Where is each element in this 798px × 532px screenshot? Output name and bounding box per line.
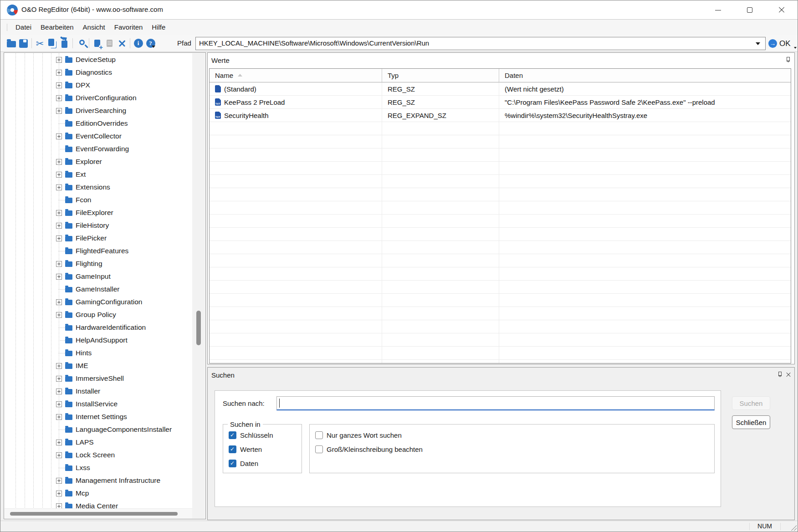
checked-checkbox-icon[interactable] (229, 445, 236, 453)
empty-table-row[interactable] (210, 122, 791, 135)
ok-button[interactable]: → OK (768, 37, 791, 50)
tree-item[interactable]: EventForwarding (5, 143, 193, 155)
table-row[interactable]: KeePass 2 PreLoadREG_SZ"C:\Program Files… (210, 96, 791, 109)
tree-item[interactable]: InstallService (5, 398, 193, 410)
empty-table-row[interactable] (210, 241, 791, 254)
minimize-button[interactable] (703, 0, 732, 20)
tree-item[interactable]: Flighting (5, 257, 193, 270)
tree-item[interactable]: LAPS (5, 436, 193, 449)
tree-item[interactable]: Explorer (5, 155, 193, 168)
tree-vertical-scrollbar[interactable] (192, 53, 205, 509)
expand-icon[interactable] (56, 82, 62, 88)
info-button[interactable]: i (132, 37, 144, 50)
properties-button[interactable] (103, 37, 116, 50)
expand-icon[interactable] (56, 95, 62, 101)
tree-item[interactable]: HelpAndSupport (5, 334, 193, 347)
copy-button[interactable] (46, 37, 58, 50)
expand-icon[interactable] (56, 159, 62, 165)
tree-item[interactable]: GameInput (5, 270, 193, 283)
expand-icon[interactable] (56, 363, 62, 369)
tree-item[interactable]: GamingConfiguration (5, 296, 193, 308)
expand-icon[interactable] (56, 299, 62, 305)
tree-item[interactable]: Mcp (5, 487, 193, 500)
expand-icon[interactable] (56, 440, 62, 445)
column-header-typ[interactable]: Typ (382, 69, 499, 82)
table-row[interactable]: (Standard)REG_SZ(Wert nicht gesetzt) (210, 82, 791, 96)
path-value[interactable]: HKEY_LOCAL_MACHINE\Software\Microsoft\Wi… (199, 39, 429, 47)
empty-table-row[interactable] (210, 347, 791, 360)
expand-icon[interactable] (56, 261, 62, 267)
tree-item[interactable]: FileExplorer (5, 206, 193, 219)
expand-icon[interactable] (56, 235, 62, 241)
tree-item[interactable]: Internet Settings (5, 410, 193, 423)
empty-table-row[interactable] (210, 162, 791, 175)
expand-icon[interactable] (56, 223, 62, 229)
empty-table-row[interactable] (210, 175, 791, 188)
ok-overflow-icon[interactable] (794, 47, 797, 49)
tree-item[interactable]: DPX (5, 79, 193, 92)
expand-icon[interactable] (56, 312, 62, 318)
tree-item[interactable]: Lock Screen (5, 449, 193, 461)
tree-item[interactable]: GameInstaller (5, 283, 193, 296)
empty-table-row[interactable] (210, 307, 791, 320)
empty-table-row[interactable] (210, 320, 791, 333)
tree-horizontal-scrollbar[interactable] (5, 508, 193, 518)
maximize-button[interactable] (735, 0, 764, 20)
empty-table-row[interactable] (210, 333, 791, 347)
save-button[interactable] (17, 37, 30, 50)
tree-horizontal-scrollbar-thumb[interactable] (10, 512, 178, 516)
column-header-daten[interactable]: Daten (499, 69, 791, 82)
unchecked-checkbox-icon[interactable] (315, 431, 323, 439)
empty-table-row[interactable] (210, 267, 791, 281)
search-input[interactable] (276, 396, 715, 410)
cut-button[interactable]: ✂ (34, 37, 46, 50)
tree-item[interactable]: Management Infrastructure (5, 474, 193, 487)
tree-item[interactable]: Lxss (5, 461, 193, 474)
checked-checkbox-icon[interactable] (229, 431, 236, 439)
checkbox-row[interactable]: Groß/Kleinschreibung beachten (315, 445, 423, 453)
expand-icon[interactable] (56, 452, 62, 458)
menu-ansicht[interactable]: Ansicht (78, 20, 110, 35)
empty-table-row[interactable] (210, 201, 791, 215)
expand-icon[interactable] (56, 376, 62, 382)
expand-icon[interactable] (56, 184, 62, 190)
column-header-name[interactable]: Name (210, 69, 382, 82)
checkbox-row[interactable]: Nur ganzes Wort suchen (315, 431, 423, 439)
tree-item[interactable]: FileHistory (5, 219, 193, 232)
tree-item[interactable]: IME (5, 359, 193, 372)
path-input[interactable]: HKEY_LOCAL_MACHINE\Software\Microsoft\Wi… (195, 37, 766, 50)
paste-button[interactable] (58, 37, 71, 50)
expand-icon[interactable] (56, 57, 62, 63)
checked-checkbox-icon[interactable] (229, 460, 236, 467)
tree-item[interactable]: LanguageComponentsInstaller (5, 423, 193, 436)
tree-item[interactable]: FilePicker (5, 232, 193, 245)
tree-item[interactable]: Installer (5, 385, 193, 398)
unchecked-checkbox-icon[interactable] (315, 445, 323, 453)
search-submit-button[interactable]: Suchen (732, 396, 770, 410)
menu-favoriten[interactable]: Favoriten (110, 20, 148, 35)
tree-item[interactable]: DriverSearching (5, 104, 193, 117)
empty-table-row[interactable] (210, 228, 791, 241)
empty-table-row[interactable] (210, 188, 791, 201)
new-value-button[interactable] (91, 37, 103, 50)
tree-item[interactable]: EventCollector (5, 130, 193, 143)
empty-table-row[interactable] (210, 148, 791, 162)
delete-button[interactable] (116, 37, 128, 50)
toolbar-overflow-icon[interactable] (152, 46, 155, 48)
tree-item[interactable]: DeviceSetup (5, 53, 193, 66)
tree-item[interactable]: Diagnostics (5, 66, 193, 79)
open-folder-button[interactable] (5, 37, 17, 50)
close-panel-icon[interactable] (786, 372, 791, 377)
empty-table-row[interactable] (210, 281, 791, 294)
expand-icon[interactable] (56, 210, 62, 216)
pin-icon[interactable] (777, 371, 783, 378)
expand-icon[interactable] (56, 491, 62, 496)
tree-item[interactable]: FlightedFeatures (5, 245, 193, 257)
tree-item[interactable]: Hints (5, 347, 193, 359)
tree-vertical-scrollbar-thumb[interactable] (196, 311, 201, 345)
expand-icon[interactable] (56, 70, 62, 76)
tree-item[interactable]: Extensions (5, 181, 193, 194)
expand-icon[interactable] (56, 172, 62, 178)
pin-icon[interactable] (785, 56, 791, 63)
expand-icon[interactable] (56, 133, 62, 139)
